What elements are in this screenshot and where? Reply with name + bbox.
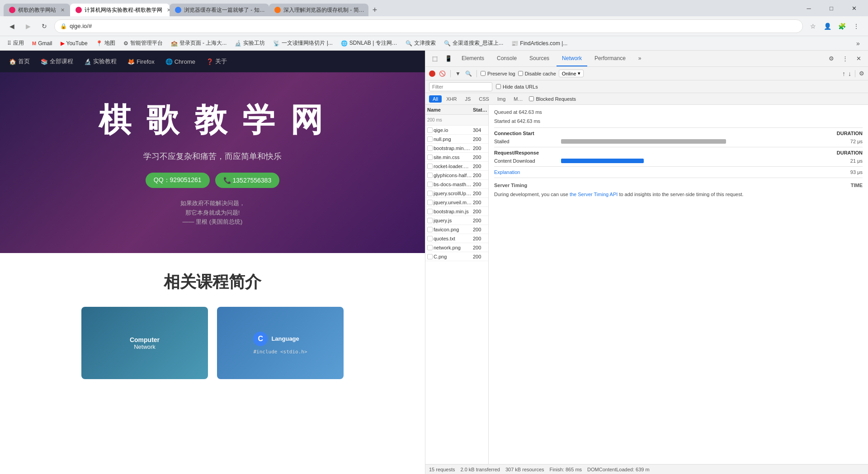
bookmark-find-articles[interactable]: 📰 FindArticles.com |... [508, 38, 571, 49]
type-xhr[interactable]: XHR [443, 95, 460, 103]
nav-home[interactable]: 🏠 首页 [9, 57, 30, 66]
type-all[interactable]: All [429, 95, 442, 103]
bookmark-sdnlab[interactable]: 🌐 SDNLAB | 专注网… [337, 38, 401, 49]
export-har-icon[interactable]: ↓ [848, 70, 851, 77]
type-img[interactable]: Img [494, 95, 509, 103]
bookmarks-more-icon[interactable]: » [852, 37, 864, 50]
record-button[interactable] [429, 70, 435, 77]
bookmark-login[interactable]: 🏫 登录页面 - 上海大... [167, 38, 231, 49]
tab-sources[interactable]: Sources [524, 51, 555, 66]
bookmark-youtube[interactable]: ▶ YouTube [57, 38, 91, 49]
tab-elements[interactable]: Elements [456, 51, 490, 66]
new-tab-button[interactable]: + [368, 4, 381, 16]
devtools-more-icon[interactable]: ⋮ [839, 53, 851, 65]
qq-button[interactable]: QQ：929051261 [146, 173, 210, 188]
request-quotes[interactable]: quotes.txt 200 [425, 234, 488, 243]
server-timing-api-link[interactable]: the Server Timing API [570, 192, 618, 197]
bookmark-smart-mgmt[interactable]: ⚙ 智能管理平台 [120, 38, 166, 49]
forward-button[interactable]: ▶ [22, 20, 34, 33]
tab-performance[interactable]: Performance [589, 51, 631, 66]
request-c-png[interactable]: C.png 200 [425, 252, 488, 261]
menu-button[interactable]: ⋮ [850, 20, 863, 33]
type-js[interactable]: JS [461, 95, 474, 103]
nav-firefox[interactable]: 🦊 Firefox [127, 58, 155, 65]
profile-icon[interactable]: 👤 [821, 20, 834, 33]
request-glyphicons[interactable]: glyphicons-halflin... 200 [425, 171, 488, 180]
request-qige-check[interactable] [427, 127, 433, 133]
request-network-png[interactable]: network.png 200 [425, 243, 488, 252]
hide-data-urls-checkbox[interactable]: Hide data URLs [496, 84, 538, 89]
blocked-requests-input[interactable] [529, 96, 534, 101]
request-quotes-check[interactable] [427, 236, 433, 241]
tab-2[interactable]: 计算机网络实验教程-棋歌教学网 ✕ [70, 4, 170, 16]
request-bootstrap-js[interactable]: bootstrap.min.js 200 [425, 207, 488, 216]
online-select[interactable]: Online ▾ [559, 70, 584, 77]
minimize-button[interactable]: ─ [798, 1, 819, 15]
bookmark-search1[interactable]: 🔍 文津搜索 [402, 38, 439, 49]
blocked-requests-checkbox[interactable]: Blocked Requests [529, 96, 576, 102]
request-null-check[interactable] [427, 136, 433, 142]
devtools-device-icon[interactable]: 📱 [443, 53, 454, 65]
request-unveil[interactable]: jquery.unveil.min.js 200 [425, 198, 488, 207]
request-scrollup[interactable]: jquery.scrollUp.mi... 200 [425, 189, 488, 198]
request-bsdocs-check[interactable] [427, 182, 433, 187]
tab-1-close[interactable]: ✕ [61, 7, 65, 13]
reload-button[interactable]: ↻ [38, 20, 51, 33]
devtools-inspect-icon[interactable]: ⬚ [429, 53, 441, 65]
explanation-link[interactable]: Explanation [494, 169, 520, 175]
bookmark-gmail[interactable]: M Gmail [28, 38, 56, 49]
clear-button[interactable]: 🚫 [438, 70, 447, 78]
import-har-icon[interactable]: ↑ [842, 70, 845, 77]
nav-chrome[interactable]: 🌐 Chrome [165, 58, 195, 65]
nav-lab-tutorial[interactable]: 🔬 实验教程 [84, 57, 117, 66]
request-bootstrap-css-check[interactable] [427, 145, 433, 151]
request-scrollup-check[interactable] [427, 191, 433, 196]
devtools-close-icon[interactable]: ✕ [853, 53, 864, 65]
request-site-css-check[interactable] [427, 155, 433, 160]
filter-icon[interactable]: ▼ [454, 70, 462, 78]
tab-4[interactable]: 深入理解浏览器的缓存机制 - 简… ✕ [269, 4, 368, 16]
phone-button[interactable]: 📞 13527556383 [215, 173, 280, 188]
filter-input[interactable] [429, 82, 492, 91]
request-rocket-check[interactable] [427, 164, 433, 169]
bookmark-maps[interactable]: 📍 地图 [92, 38, 119, 49]
close-button[interactable]: ✕ [844, 1, 864, 15]
maximize-button[interactable]: □ [821, 1, 842, 15]
preserve-log-input[interactable] [481, 71, 486, 76]
tab-3[interactable]: 浏览器缓存看这一篇就够了 - 知… ✕ [170, 4, 269, 16]
request-favicon-check[interactable] [427, 227, 433, 232]
star-icon[interactable]: ☆ [807, 20, 819, 33]
search-button[interactable]: 🔍 [464, 70, 473, 78]
request-jquery-check[interactable] [427, 218, 433, 223]
request-bsjs-check[interactable] [427, 209, 433, 214]
address-input[interactable]: 🔒 qige.io/# [54, 19, 803, 33]
hide-data-urls-input[interactable] [496, 84, 501, 89]
devtools-settings-icon[interactable]: ⚙ [826, 53, 837, 65]
request-netpng-check[interactable] [427, 245, 433, 250]
request-qige[interactable]: qige.io 304 [425, 126, 488, 135]
preserve-log-checkbox[interactable]: Preserve log [481, 71, 515, 76]
request-rocket[interactable]: rocket-loader.min... 200 [425, 162, 488, 171]
course-card-computer[interactable]: Computer Network [81, 307, 208, 379]
nav-about[interactable]: ❓ 关于 [206, 57, 227, 66]
type-media[interactable]: M… [510, 95, 526, 103]
back-button[interactable]: ◀ [5, 20, 18, 33]
tab-network[interactable]: Network [557, 51, 587, 66]
request-cpng-check[interactable] [427, 254, 433, 259]
disable-cache-checkbox[interactable]: Disable cache [518, 71, 556, 76]
nav-all-courses[interactable]: 📚 全部课程 [41, 57, 73, 66]
tab-1[interactable]: 棋歌的教学网站 ✕ [4, 4, 70, 16]
request-bootstrap-css[interactable]: bootstrap.min.css 200 [425, 144, 488, 153]
request-jquery[interactable]: jquery.js 200 [425, 216, 488, 225]
bookmark-apps[interactable]: ⠿ 应用 [4, 38, 28, 49]
type-css[interactable]: CSS [475, 95, 493, 103]
bookmark-network-slice[interactable]: 📡 一文读懂网络切片 |... [269, 38, 336, 49]
request-site-css[interactable]: site.min.css 200 [425, 153, 488, 162]
bookmark-search2[interactable]: 🔍 全渠道搜索_思谋上... [440, 38, 507, 49]
tab-console[interactable]: Console [491, 51, 522, 66]
tab-more[interactable]: » [633, 51, 647, 66]
request-glyph-check[interactable] [427, 173, 433, 178]
bookmark-lab[interactable]: 🔬 实验工坊 [231, 38, 269, 49]
network-settings-icon[interactable]: ⚙ [859, 70, 864, 77]
extensions-icon[interactable]: 🧩 [835, 20, 848, 33]
